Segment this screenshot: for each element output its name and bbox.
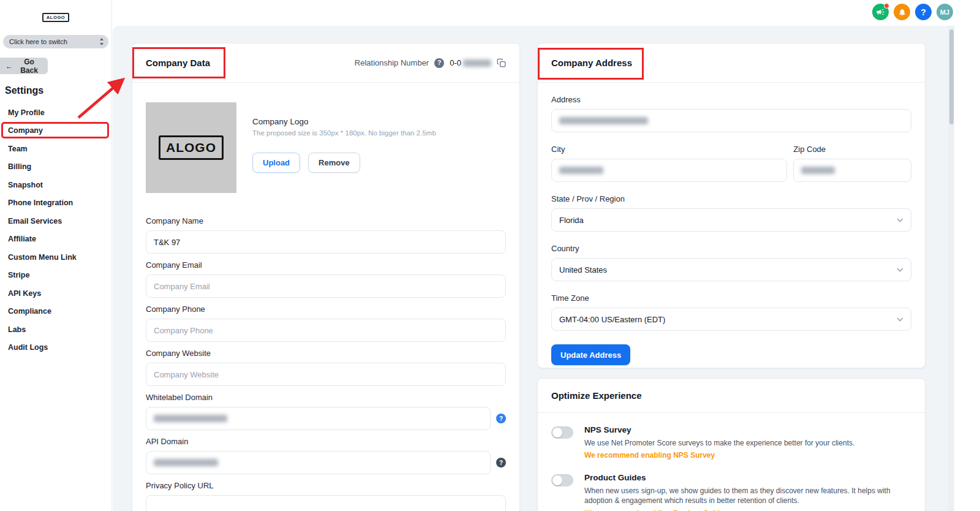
announcements-button[interactable]: [872, 4, 889, 20]
redacted-value: [154, 415, 227, 422]
optimize-item-link[interactable]: We recommend enabling Product Guides: [584, 509, 909, 511]
optimize-item-label: NPS Survey: [584, 425, 854, 434]
topbar: ? MJ: [113, 0, 980, 26]
optimize-item-link[interactable]: We recommend enabling NPS Survey: [584, 451, 854, 460]
api-domain-help-icon[interactable]: ?: [496, 458, 506, 467]
help-button[interactable]: ?: [915, 4, 932, 20]
company-logo-section: ALOGO Company Logo The proposed size is …: [146, 102, 506, 193]
sidebar-item-stripe[interactable]: Stripe: [0, 267, 111, 285]
toggle-switch[interactable]: [551, 426, 573, 439]
copy-icon[interactable]: [497, 58, 506, 67]
optimize-row: Product GuidesWhen new users sign-up, we…: [551, 473, 911, 511]
sidebar-item-affiliate[interactable]: Affiliate: [0, 230, 111, 249]
city-input[interactable]: [551, 159, 787, 182]
go-back-button[interactable]: ← Go Back: [0, 58, 48, 74]
update-address-button[interactable]: Update Address: [551, 344, 630, 365]
company-name-label: Company Name: [146, 216, 506, 225]
sidebar-item-api-keys[interactable]: API Keys: [0, 284, 111, 303]
optimize-row: NPS SurveyWe use Net Promoter Score surv…: [551, 425, 911, 460]
sidebar-item-team[interactable]: Team: [0, 140, 111, 158]
user-avatar[interactable]: MJ: [937, 4, 953, 20]
optimize-experience-title: Optimize Experience: [551, 390, 642, 401]
optimize-item-label: Product Guides: [584, 473, 909, 482]
megaphone-icon: [876, 7, 885, 17]
state-value: Florida: [559, 216, 584, 225]
sidebar-item-compliance[interactable]: Compliance: [0, 303, 111, 321]
optimize-item-description: When new users sign-up, we show guides t…: [584, 486, 909, 505]
relationship-number: Relationship Number ? 0-0: [355, 58, 506, 68]
settings-heading: Settings: [5, 85, 111, 96]
remove-button[interactable]: Remove: [308, 153, 360, 173]
address-label: Address: [551, 95, 911, 104]
api-domain-label: API Domain: [146, 437, 506, 446]
scrollbar-track[interactable]: [948, 26, 954, 511]
company-address-title: Company Address: [551, 58, 632, 68]
relationship-help-icon[interactable]: ?: [434, 58, 444, 68]
timezone-label: Time Zone: [551, 293, 911, 303]
whitelabel-help-icon[interactable]: ?: [496, 414, 506, 423]
redacted-value: [559, 117, 648, 124]
company-address-card: Company Address Address City Zip Code St…: [537, 43, 925, 368]
sidebar-item-my-profile[interactable]: My Profile: [0, 104, 111, 122]
company-email-input[interactable]: [146, 274, 506, 298]
chevron-up-down-icon: [99, 38, 104, 45]
company-logo-image: ALOGO: [159, 135, 224, 160]
go-back-label: Go Back: [16, 58, 42, 75]
city-label: City: [551, 145, 787, 154]
company-data-card: Company Data Relationship Number ? 0-0 A…: [132, 43, 520, 511]
sidebar-item-labs[interactable]: Labs: [0, 320, 111, 339]
relationship-number-value: 0-0: [450, 58, 461, 67]
sidebar-item-snapshot[interactable]: Snapshot: [0, 176, 111, 194]
timezone-value: GMT-04:00 US/Eastern (EDT): [559, 315, 665, 324]
privacy-policy-url-input[interactable]: [146, 495, 506, 511]
timezone-select[interactable]: GMT-04:00 US/Eastern (EDT): [551, 308, 911, 331]
address-input[interactable]: [551, 109, 911, 132]
company-phone-input[interactable]: [146, 319, 506, 342]
optimize-experience-header: Optimize Experience: [538, 379, 925, 413]
whitelabel-domain-label: Whitelabel Domain: [146, 393, 506, 402]
chevron-down-icon: [897, 317, 903, 322]
chevron-down-icon: [897, 218, 903, 222]
api-domain-input[interactable]: [146, 451, 491, 474]
sidebar-menu: My ProfileCompanyTeamBillingSnapshotPhon…: [0, 104, 111, 357]
company-phone-label: Company Phone: [146, 305, 506, 314]
account-switcher[interactable]: Click here to switch: [3, 35, 108, 48]
company-address-header: Company Address: [538, 44, 925, 83]
topbar-icons: ? MJ: [872, 4, 953, 20]
back-arrow-icon: ←: [6, 62, 13, 70]
upload-button[interactable]: Upload: [252, 153, 300, 173]
help-icon: ?: [921, 7, 926, 17]
company-name-input[interactable]: [146, 230, 506, 254]
sidebar-item-company[interactable]: Company: [0, 122, 111, 140]
zip-code-label: Zip Code: [793, 145, 911, 154]
notification-dot: [884, 3, 889, 9]
bell-icon: [898, 8, 907, 17]
chevron-down-icon: [897, 268, 903, 272]
toggle-switch[interactable]: [551, 474, 573, 486]
scrollbar-thumb[interactable]: [949, 29, 954, 124]
redacted-value: [801, 167, 835, 174]
country-value: United States: [559, 265, 607, 274]
sidebar-item-billing[interactable]: Billing: [0, 158, 111, 176]
whitelabel-domain-input[interactable]: [146, 407, 491, 430]
country-select[interactable]: United States: [551, 258, 911, 281]
sidebar-item-audit-logs[interactable]: Audit Logs: [0, 339, 111, 357]
main-content: Company Data Relationship Number ? 0-0 A…: [113, 26, 954, 511]
company-logo-preview: ALOGO: [146, 102, 236, 193]
state-select[interactable]: Florida: [551, 208, 911, 232]
company-data-header: Company Data Relationship Number ? 0-0: [132, 44, 519, 83]
notifications-button[interactable]: [894, 4, 910, 20]
avatar-initials: MJ: [940, 9, 949, 16]
sidebar-item-custom-menu-link[interactable]: Custom Menu Link: [0, 248, 111, 267]
sidebar-item-email-services[interactable]: Email Services: [0, 212, 111, 230]
toggle-knob: [552, 475, 562, 485]
relationship-number-label: Relationship Number: [355, 58, 429, 67]
zip-code-input[interactable]: [793, 159, 911, 182]
redacted-value: [463, 59, 491, 67]
company-website-input[interactable]: [146, 363, 506, 386]
state-label: State / Prov / Region: [551, 194, 911, 203]
agency-logo: ALOGO: [42, 13, 70, 22]
sidebar-item-phone-integration[interactable]: Phone Integration: [0, 194, 111, 213]
company-email-label: Company Email: [146, 260, 506, 270]
sidebar: ALOGO Click here to switch ← Go Back Set…: [0, 0, 112, 511]
